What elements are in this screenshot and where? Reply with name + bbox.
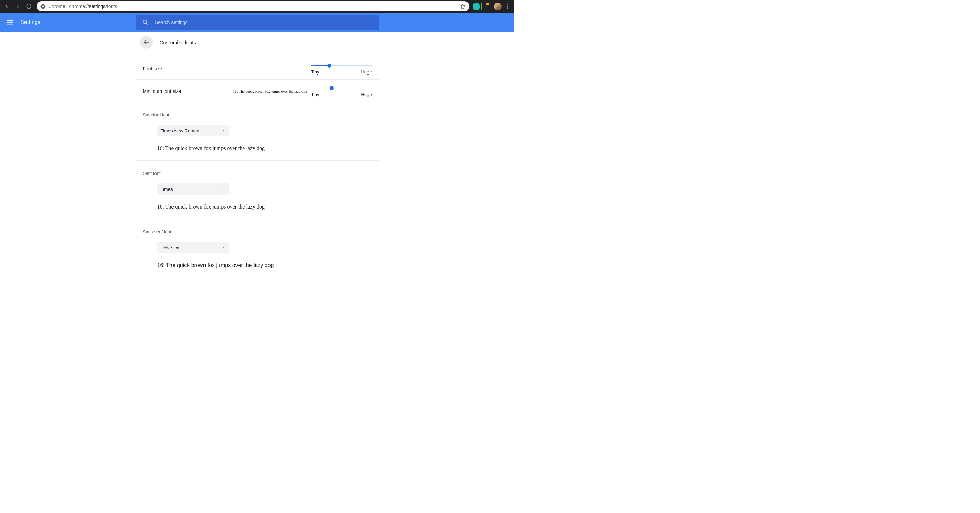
bookmark-star-icon[interactable] xyxy=(460,3,466,9)
settings-title: Settings xyxy=(21,19,40,25)
site-info-icon[interactable] xyxy=(40,4,46,9)
extension-badge-2[interactable] xyxy=(482,3,488,10)
url-text: Chrome chrome://settings/fonts xyxy=(48,4,117,9)
svg-point-8 xyxy=(143,20,147,24)
url-app-label: Chrome xyxy=(48,4,65,9)
reload-button[interactable] xyxy=(24,2,33,11)
slider-huge-label: Huge xyxy=(361,69,372,75)
sans-serif-font-dropdown[interactable]: Helvetica xyxy=(157,242,229,253)
toolbar-divider xyxy=(491,3,492,10)
search-settings-container[interactable] xyxy=(136,15,379,30)
page-title: Customize fonts xyxy=(159,40,196,45)
chevron-down-icon xyxy=(222,187,225,191)
sans-serif-font-label: Sans-serif font xyxy=(143,229,372,234)
serif-font-value: Times xyxy=(161,187,173,192)
slider-huge-label: Huge xyxy=(361,92,372,97)
chevron-down-icon xyxy=(222,246,225,249)
back-arrow-button[interactable] xyxy=(140,36,153,49)
minimum-font-size-row: Minimum font size 11: The quick brown fo… xyxy=(136,79,379,102)
browser-menu-button[interactable] xyxy=(503,2,512,11)
standard-font-dropdown[interactable]: Times New Roman xyxy=(157,125,229,137)
standard-font-label: Standard font xyxy=(143,112,372,118)
url-suffix: /fonts xyxy=(105,4,117,9)
url-prefix: chrome:// xyxy=(69,4,89,9)
settings-card: Customize fonts Font size Tiny Huge Mini… xyxy=(136,32,379,269)
serif-font-dropdown[interactable]: Times xyxy=(157,183,229,195)
svg-point-2 xyxy=(508,5,508,5)
sans-serif-font-preview: 16: The quick brown fox jumps over the l… xyxy=(157,262,372,268)
standard-font-preview: 16: The quick brown fox jumps over the l… xyxy=(157,145,372,151)
forward-button[interactable] xyxy=(13,2,22,11)
svg-point-4 xyxy=(508,8,508,8)
svg-line-9 xyxy=(146,23,148,24)
sans-serif-font-section: Sans-serif font Helvetica 16: The quick … xyxy=(136,219,379,269)
extension-badge-1[interactable] xyxy=(473,3,480,10)
search-icon xyxy=(142,19,149,26)
svg-point-1 xyxy=(42,5,43,7)
serif-font-label: Serif font xyxy=(143,171,372,176)
back-button[interactable] xyxy=(2,2,11,11)
serif-font-section: Serif font Times 16: The quick brown fox… xyxy=(136,160,379,219)
browser-toolbar: Chrome chrome://settings/fonts xyxy=(0,0,514,13)
standard-font-section: Standard font Times New Roman 16: The qu… xyxy=(136,102,379,160)
slider-tiny-label: Tiny xyxy=(311,69,320,75)
serif-font-preview: 16: The quick brown fox jumps over the l… xyxy=(157,204,372,210)
minimum-font-size-slider[interactable]: Tiny Huge xyxy=(311,85,372,97)
sans-serif-font-value: Helvetica xyxy=(161,245,180,250)
minimum-font-size-label: Minimum font size xyxy=(143,89,181,94)
font-size-row: Font size Tiny Huge xyxy=(136,53,379,79)
url-bold: settings xyxy=(89,4,105,9)
standard-font-value: Times New Roman xyxy=(161,128,199,133)
address-bar[interactable]: Chrome chrome://settings/fonts xyxy=(37,2,469,11)
profile-avatar[interactable] xyxy=(494,3,501,10)
font-size-slider[interactable]: Tiny Huge xyxy=(311,63,372,75)
font-size-label: Font size xyxy=(143,66,162,71)
content-area: Customize fonts Font size Tiny Huge Mini… xyxy=(0,32,514,269)
settings-header: Settings xyxy=(0,13,514,32)
minimum-font-size-preview: 11: The quick brown fox jumps over the l… xyxy=(233,89,307,93)
svg-point-3 xyxy=(508,6,508,6)
chevron-down-icon xyxy=(222,129,225,132)
hamburger-menu-icon[interactable] xyxy=(6,19,14,26)
page-header: Customize fonts xyxy=(136,32,379,53)
search-settings-input[interactable] xyxy=(155,20,373,25)
slider-tiny-label: Tiny xyxy=(311,92,320,97)
